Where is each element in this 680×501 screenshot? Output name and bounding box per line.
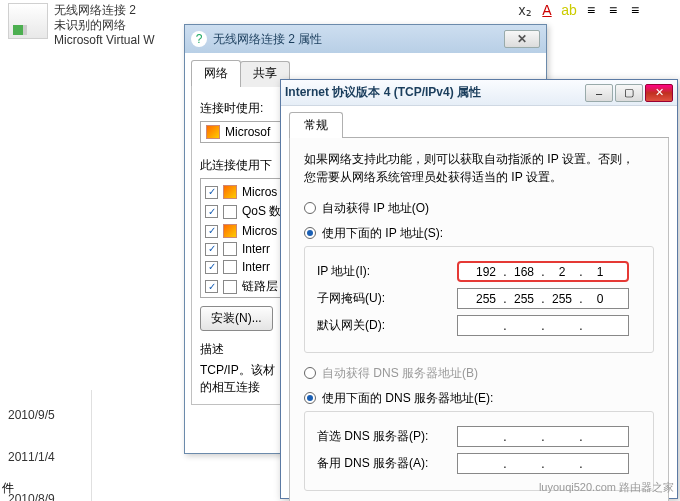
wifi-icon — [8, 3, 48, 39]
align-left-icon[interactable]: ≡ — [581, 0, 601, 20]
ms-icon — [223, 185, 237, 199]
ip-address-input[interactable]: 192.168.2.1 — [457, 261, 629, 282]
item-icon — [223, 260, 237, 274]
checkbox[interactable] — [205, 225, 218, 238]
date-item[interactable]: 2011/1/4 — [8, 436, 83, 478]
ipv4-properties-window: Internet 协议版本 4 (TCP/IPv4) 属性 – ▢ ✕ 常规 如… — [280, 79, 678, 499]
install-button[interactable]: 安装(N)... — [200, 306, 273, 331]
watermark: luyouqi520.com 路由器之家 — [539, 480, 674, 495]
radio-manual-ip[interactable]: 使用下面的 IP 地址(S): — [304, 225, 654, 242]
align-right-icon[interactable]: ≡ — [625, 0, 645, 20]
network-text: 无线网络连接 2 未识别的网络 Microsoft Virtual W — [54, 3, 154, 48]
adapter-name: Microsof — [225, 125, 270, 139]
window-title: 无线网络连接 2 属性 — [213, 31, 498, 48]
subnet-mask-input[interactable]: 255.255.255.0 — [457, 288, 629, 309]
checkbox[interactable] — [205, 186, 218, 199]
date-item[interactable]: 2010/8/9 — [8, 478, 83, 501]
font-color-icon[interactable]: A — [537, 0, 557, 20]
ms-icon — [223, 224, 237, 238]
ip-label: IP 地址(I): — [317, 263, 457, 280]
item-icon — [223, 205, 237, 219]
radio-auto-dns: 自动获得 DNS 服务器地址(B) — [304, 365, 654, 382]
checkbox[interactable] — [205, 205, 218, 218]
dns1-label: 首选 DNS 服务器(P): — [317, 428, 457, 445]
window-title: Internet 协议版本 4 (TCP/IPv4) 属性 — [285, 84, 583, 101]
checkbox[interactable] — [205, 261, 218, 274]
network-connection-item[interactable]: 无线网络连接 2 未识别的网络 Microsoft Virtual W — [8, 3, 173, 48]
dns-group: 首选 DNS 服务器(P): ... 备用 DNS 服务器(A): ... — [304, 411, 654, 491]
date-item[interactable]: 2010/9/5 — [8, 394, 83, 436]
mask-label: 子网掩码(U): — [317, 290, 457, 307]
align-center-icon[interactable]: ≡ — [603, 0, 623, 20]
side-suffix: 件 — [2, 480, 14, 497]
close-button[interactable]: ✕ — [645, 84, 673, 102]
ip-group: IP 地址(I): 192.168.2.1 子网掩码(U): 255.255.2… — [304, 246, 654, 353]
close-button[interactable]: ✕ — [504, 30, 540, 48]
titlebar[interactable]: Internet 协议版本 4 (TCP/IPv4) 属性 – ▢ ✕ — [281, 80, 677, 106]
gateway-input[interactable]: ... — [457, 315, 629, 336]
item-icon — [223, 242, 237, 256]
radio-auto-ip[interactable]: 自动获得 IP 地址(O) — [304, 200, 654, 217]
toolbar-fragment: x₂ A ab ≡ ≡ ≡ — [515, 0, 680, 22]
info-text: 如果网络支持此功能，则可以获取自动指派的 IP 设置。否则，您需要从网络系统管理… — [304, 150, 654, 186]
tab-network[interactable]: 网络 — [191, 60, 241, 86]
dns2-input[interactable]: ... — [457, 453, 629, 474]
checkbox[interactable] — [205, 280, 218, 293]
dns1-input[interactable]: ... — [457, 426, 629, 447]
titlebar[interactable]: ? 无线网络连接 2 属性 ✕ — [185, 25, 546, 53]
subscript-icon[interactable]: x₂ — [515, 0, 535, 20]
minimize-button[interactable]: – — [585, 84, 613, 102]
maximize-button[interactable]: ▢ — [615, 84, 643, 102]
adapter-icon — [206, 125, 220, 139]
network-status: 未识别的网络 — [54, 18, 154, 33]
dns2-label: 备用 DNS 服务器(A): — [317, 455, 457, 472]
radio-manual-dns[interactable]: 使用下面的 DNS 服务器地址(E): — [304, 390, 654, 407]
gateway-label: 默认网关(D): — [317, 317, 457, 334]
checkbox[interactable] — [205, 243, 218, 256]
network-title: 无线网络连接 2 — [54, 3, 154, 18]
item-icon — [223, 280, 237, 294]
highlight-icon[interactable]: ab — [559, 0, 579, 20]
tab-general[interactable]: 常规 — [289, 112, 343, 138]
info-icon: ? — [191, 31, 207, 47]
network-adapter: Microsoft Virtual W — [54, 33, 154, 48]
